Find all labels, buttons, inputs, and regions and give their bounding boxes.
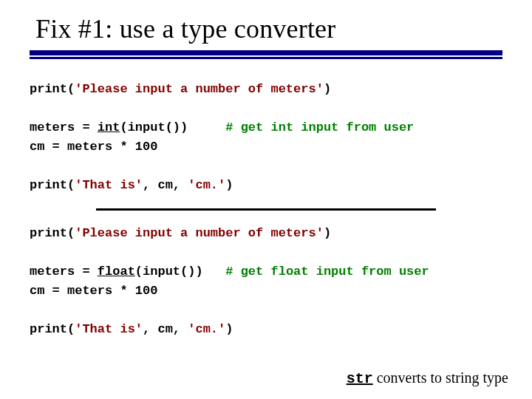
footer-note: str converts to string type — [347, 369, 508, 387]
code-text: print( — [30, 322, 75, 336]
title-underline — [30, 50, 502, 59]
code-text: cm = meters * 100 — [30, 284, 157, 298]
code-text: print( — [30, 226, 75, 240]
fn-str: str — [347, 370, 373, 387]
string-literal: 'That is' — [75, 178, 143, 192]
code-text: ) — [225, 178, 233, 192]
slide: Fix #1: use a type converter print('Plea… — [0, 0, 532, 399]
code-text: (input()) — [135, 265, 225, 279]
code-text: print( — [30, 178, 75, 192]
rule-thick — [30, 50, 502, 55]
code-text: ) — [225, 322, 233, 336]
comment: # get float input from user — [225, 265, 429, 279]
code-text: (input()) — [120, 120, 225, 134]
code-text: print( — [30, 82, 75, 96]
code-text: , cm, — [143, 178, 188, 192]
code-text: meters = — [30, 120, 98, 134]
slide-title: Fix #1: use a type converter — [35, 13, 336, 44]
string-literal: 'Please input a number of meters' — [75, 82, 324, 96]
string-literal: 'cm.' — [188, 178, 225, 192]
string-literal: 'cm.' — [188, 322, 225, 336]
string-literal: 'Please input a number of meters' — [75, 226, 324, 240]
footer-text: converts to string type — [373, 369, 508, 386]
code-text: , cm, — [143, 322, 188, 336]
comment: # get int input from user — [225, 120, 414, 134]
code-text: meters = — [30, 265, 98, 279]
code-text: ) — [324, 226, 331, 240]
code-text: cm = meters * 100 — [30, 140, 157, 154]
fn-float: float — [98, 265, 135, 279]
slide-content: print('Please input a number of meters')… — [30, 80, 502, 339]
string-literal: 'That is' — [75, 322, 143, 336]
code-block-1: print('Please input a number of meters')… — [30, 80, 502, 195]
code-text: ) — [324, 82, 331, 96]
rule-thin — [30, 57, 502, 59]
fn-int: int — [98, 120, 120, 134]
section-divider — [96, 208, 436, 211]
code-block-2: print('Please input a number of meters')… — [30, 224, 502, 339]
